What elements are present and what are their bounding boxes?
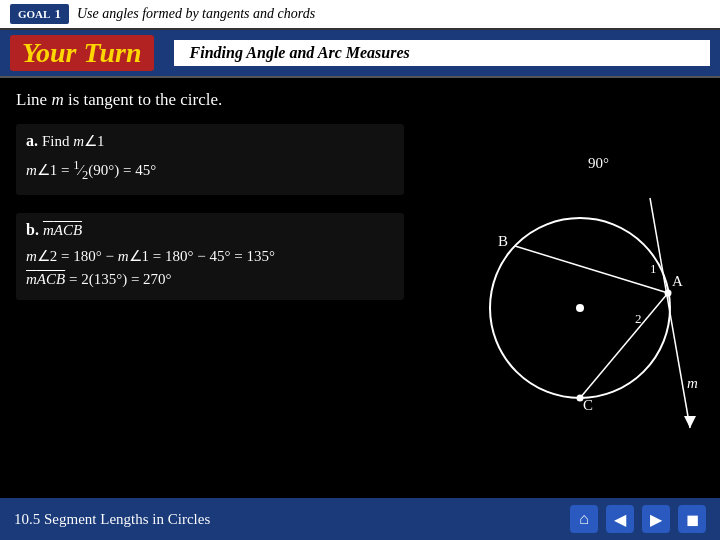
finding-title: Finding Angle and Arc Measures xyxy=(174,40,710,66)
label-c: C xyxy=(583,397,593,413)
goal-text: Use angles formed by tangents and chords xyxy=(77,6,315,22)
label-angle1: 1 xyxy=(650,261,657,276)
arc-90-label: 90° xyxy=(588,155,609,171)
arc-acb-label: m​ACB xyxy=(43,222,82,238)
eq-a: m∠1 = 1⁄2(90°) = 45° xyxy=(26,158,394,183)
your-turn-banner: Your Turn Finding Angle and Arc Measures xyxy=(0,30,720,78)
find-a-text: a. Find m∠1 xyxy=(26,132,394,150)
main-content: Line m is tangent to the circle. a. Find… xyxy=(0,78,720,498)
footer-title: 10.5 Segment Lengths in Circles xyxy=(14,511,210,528)
eq-b2: m​ACB = 2(135°) = 270° xyxy=(26,271,394,288)
label-m: m xyxy=(687,375,698,391)
your-turn-label: Your Turn xyxy=(10,35,154,71)
tangent-arrow xyxy=(684,416,696,428)
chord-ba xyxy=(515,246,668,293)
your-word: Your Turn xyxy=(22,37,142,68)
section-a: a. Find m∠1 m∠1 = 1⁄2(90°) = 45° xyxy=(16,124,404,195)
point-c xyxy=(577,395,584,402)
nav-home-button[interactable]: ⌂ xyxy=(570,505,598,533)
eq-b1: m∠2 = 180° − m∠1 = 180° − 45° = 135° xyxy=(26,247,394,265)
label-b: B xyxy=(498,233,508,249)
goal-badge: GOAL 1 xyxy=(10,4,69,24)
nav-icons: ⌂ ◀ ▶ ◼ xyxy=(570,505,706,533)
goal-bar: GOAL 1 Use angles formed by tangents and… xyxy=(0,0,720,30)
diagram-svg: 90° m B A xyxy=(440,138,700,438)
goal-word: GOAL xyxy=(18,8,50,20)
center-dot xyxy=(576,304,584,312)
chord-ac xyxy=(580,293,668,398)
tangent-line-m xyxy=(650,198,690,428)
goal-number: 1 xyxy=(54,6,61,22)
label-a: a. xyxy=(26,132,42,149)
label-b: b. xyxy=(26,221,43,238)
point-a xyxy=(665,290,672,297)
find-b-text: b. m​ACB xyxy=(26,221,394,239)
left-panel: Line m is tangent to the circle. a. Find… xyxy=(0,78,420,498)
bottom-bar: 10.5 Segment Lengths in Circles ⌂ ◀ ▶ ◼ xyxy=(0,498,720,540)
label-angle2: 2 xyxy=(635,311,642,326)
right-panel: 90° m B A xyxy=(420,78,720,498)
tangent-line: Line m is tangent to the circle. xyxy=(16,90,404,110)
nav-end-button[interactable]: ◼ xyxy=(678,505,706,533)
nav-back-button[interactable]: ◀ xyxy=(606,505,634,533)
section-b: b. m​ACB m∠2 = 180° − m∠1 = 180° − 45° =… xyxy=(16,213,404,300)
label-a: A xyxy=(672,273,683,289)
nav-forward-button[interactable]: ▶ xyxy=(642,505,670,533)
